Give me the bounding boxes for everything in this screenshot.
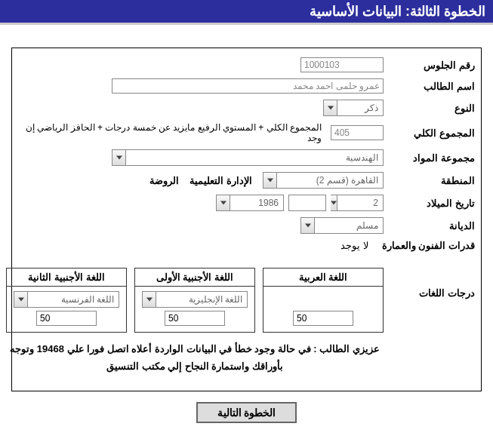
chevron-down-icon xyxy=(143,292,156,307)
gender-select[interactable]: ذكر xyxy=(323,100,384,116)
subject-group-value: الهندسية xyxy=(126,150,383,165)
lang-arabic-cell: اللغة العربية xyxy=(263,268,384,333)
label-arts-arch: قدرات الفنون والعمارة xyxy=(373,240,475,251)
languages-table: اللغة العربية اللغة الأجنبية الأولى اللغ… xyxy=(6,268,384,333)
birth-day-value: 2 xyxy=(337,195,383,210)
lang-second-foreign-header: اللغة الأجنبية الثانية xyxy=(7,268,126,287)
label-gender: النوع xyxy=(388,103,475,114)
total-field xyxy=(331,125,384,140)
religion-select[interactable]: مسلم xyxy=(300,217,384,234)
birth-month-select[interactable] xyxy=(288,195,326,211)
label-subject-group: مجموعة المواد xyxy=(388,152,475,164)
label-birth-date: تاريخ الميلاد xyxy=(388,198,475,209)
next-step-button[interactable]: الخطوة التالية xyxy=(196,402,297,423)
religion-value: مسلم xyxy=(315,218,383,233)
page-title: الخطوة الثالثة: البيانات الأساسية xyxy=(0,0,493,25)
region-select[interactable]: القاهرة (قسم 2) xyxy=(263,172,384,189)
student-name-field xyxy=(112,78,384,94)
chevron-down-icon xyxy=(112,150,126,165)
edu-admin-value: الروضة xyxy=(149,175,179,186)
lang-first-foreign-select[interactable]: اللغة الإنجليزية xyxy=(142,291,248,308)
total-hint: المجموع الكلي + المستوي الرفيع مايزيد عن… xyxy=(18,122,322,143)
chevron-down-icon xyxy=(301,218,315,233)
chevron-down-icon xyxy=(14,292,28,307)
chevron-down-icon xyxy=(324,100,337,115)
label-edu-admin: الإدارة التعليمية xyxy=(189,175,252,186)
birth-year-select[interactable]: 1986 xyxy=(216,195,284,211)
lang-first-foreign-score[interactable] xyxy=(165,311,225,326)
lang-second-foreign-select[interactable]: اللغة الفرنسية xyxy=(14,291,119,308)
birth-day-select[interactable]: 2 xyxy=(331,195,384,211)
birth-month-value xyxy=(280,195,325,210)
chevron-down-icon xyxy=(263,173,277,188)
birth-year-value: 1986 xyxy=(230,195,283,210)
lang-first-foreign-cell: اللغة الأجنبية الأولى اللغة الإنجليزية xyxy=(134,268,255,333)
form-panel: رقم الجلوس اسم الطالب النوع ذكر المجموع … xyxy=(11,48,482,391)
label-lang-scores: درجات اللغات xyxy=(388,257,475,299)
lang-first-foreign-name: اللغة الإنجليزية xyxy=(156,292,247,307)
lang-arabic-score[interactable] xyxy=(293,311,353,326)
label-religion: الديانة xyxy=(388,220,475,232)
gender-select-value: ذكر xyxy=(337,100,383,115)
label-student-name: اسم الطالب xyxy=(388,81,475,92)
lang-first-foreign-header: اللغة الأجنبية الأولى xyxy=(135,268,254,287)
chevron-down-icon xyxy=(331,195,337,210)
warning-note: عزيزي الطالب : في حالة وجود خطأ في البيا… xyxy=(6,340,384,376)
seat-no-field xyxy=(300,57,384,72)
arts-arch-value: لا يوجد xyxy=(340,240,368,251)
chevron-down-icon xyxy=(217,195,230,210)
subject-group-select[interactable]: الهندسية xyxy=(112,149,384,166)
label-seat-no: رقم الجلوس xyxy=(388,60,475,71)
lang-arabic-header: اللغة العربية xyxy=(263,268,383,287)
lang-second-foreign-name: اللغة الفرنسية xyxy=(28,292,119,307)
lang-second-foreign-cell: اللغة الأجنبية الثانية اللغة الفرنسية xyxy=(6,268,127,333)
lang-second-foreign-score[interactable] xyxy=(36,311,97,326)
label-region: المنطقة xyxy=(388,175,475,186)
label-total: المجموع الكلي xyxy=(388,127,475,139)
region-value: القاهرة (قسم 2) xyxy=(277,173,383,188)
